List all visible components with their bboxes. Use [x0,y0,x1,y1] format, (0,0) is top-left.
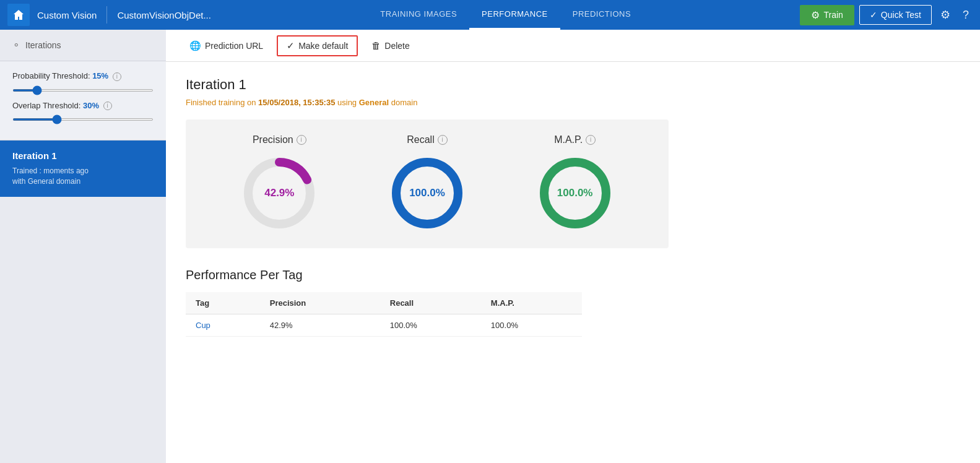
iteration-title: Iteration 1 [186,77,960,93]
project-name: CustomVisionObjDet... [117,10,210,20]
iterations-icon: ⚬ [12,40,20,51]
thresholds-section: Probability Threshold: 15% i Overlap Thr… [0,61,166,141]
probability-threshold-row: Probability Threshold: 15% i [12,71,154,93]
recall-value: 100.0% [409,187,445,199]
home-icon[interactable] [7,4,30,26]
overlap-slider-container [12,113,154,123]
map-cell: 100.0% [481,314,582,337]
checkmark-icon: ✓ [870,10,877,20]
training-domain: General [359,98,389,107]
gear-icon: ⚙ [811,9,820,21]
overlap-threshold-row: Overlap Threshold: 30% i [12,101,154,123]
help-icon[interactable]: ? [959,6,973,24]
map-label: M.A.P. i [554,134,596,145]
col-map: M.A.P. [481,292,582,314]
probability-slider[interactable] [12,89,154,92]
toolbar: 🌐 Prediction URL ✓ Make default 🗑 Delete [166,30,980,62]
nav-divider [106,6,107,24]
settings-icon[interactable]: ⚙ [937,6,954,24]
recall-label: Recall i [407,134,447,145]
map-info-icon[interactable]: i [586,135,596,145]
map-value: 100.0% [557,187,593,199]
main-layout: ⚬ Iterations Probability Threshold: 15% … [0,30,980,463]
metrics-card: Precision i 42.9% Rec [186,119,669,248]
overlap-value: 30% [83,101,99,110]
tab-predictions[interactable]: PREDICTIONS [560,0,643,30]
table-header-row: Tag Precision Recall M.A.P. [186,292,582,314]
precision-donut: 42.9% [239,153,319,233]
precision-cell: 42.9% [260,314,380,337]
perf-tag-title: Performance Per Tag [186,268,960,282]
iterations-label: Iterations [25,40,61,50]
precision-value: 42.9% [264,187,294,199]
performance-content: Iteration 1 Finished training on 15/05/2… [166,62,980,463]
tab-training-images[interactable]: TRAINING IMAGES [368,0,469,30]
recall-metric: Recall i 100.0% [387,134,467,233]
probability-slider-container [12,84,154,93]
precision-info-icon[interactable]: i [297,135,306,145]
table-head: Tag Precision Recall M.A.P. [186,292,582,314]
map-metric: M.A.P. i 100.0% [535,134,615,233]
main-content: 🌐 Prediction URL ✓ Make default 🗑 Delete… [166,30,980,463]
probability-info-icon[interactable]: i [113,72,121,81]
iteration-item-sub1: Trained : moments ago [12,166,154,176]
col-tag: Tag [186,292,260,314]
table-body: Cup 42.9% 100.0% 100.0% [186,314,582,337]
top-nav: Custom Vision CustomVisionObjDet... TRAI… [0,0,980,30]
overlap-info-icon[interactable]: i [103,102,112,110]
overlap-slider[interactable] [12,118,154,121]
iteration-item-sub2: with General domain [12,176,154,187]
table-row: Cup 42.9% 100.0% 100.0% [186,314,582,337]
tab-performance[interactable]: PERFORMANCE [469,0,560,30]
overlap-threshold-label: Overlap Threshold: 30% i [12,101,154,111]
recall-donut: 100.0% [387,153,467,233]
sidebar: ⚬ Iterations Probability Threshold: 15% … [0,30,166,463]
performance-table: Tag Precision Recall M.A.P. Cup 42.9% 10… [186,292,582,337]
check-icon: ✓ [287,40,295,51]
delete-button[interactable]: 🗑 Delete [363,37,418,54]
precision-metric: Precision i 42.9% [239,134,319,233]
iteration-list-item[interactable]: Iteration 1 Trained : moments ago with G… [0,141,166,197]
prediction-url-button[interactable]: 🌐 Prediction URL [181,37,272,55]
map-donut: 100.0% [535,153,615,233]
sidebar-header: ⚬ Iterations [0,30,166,61]
probability-threshold-label: Probability Threshold: 15% i [12,71,154,81]
col-recall: Recall [380,292,481,314]
iteration-subtitle: Finished training on 15/05/2018, 15:35:3… [186,98,960,107]
train-button[interactable]: ⚙ Train [800,5,854,25]
nav-actions: ⚙ Train ✓ Quick Test ⚙ ? [800,5,973,25]
globe-icon: 🌐 [189,40,201,51]
recall-info-icon[interactable]: i [438,135,448,145]
quick-test-button[interactable]: ✓ Quick Test [859,5,932,25]
nav-tabs: TRAINING IMAGES PERFORMANCE PREDICTIONS [368,0,643,30]
precision-label: Precision i [253,134,306,145]
training-date: 15/05/2018, 15:35:35 [258,98,335,107]
trash-icon: 🗑 [371,40,381,51]
col-precision: Precision [260,292,380,314]
recall-cell: 100.0% [380,314,481,337]
probability-value: 15% [92,71,108,80]
iteration-item-title: Iteration 1 [12,150,154,161]
app-name: Custom Vision [37,10,97,20]
tag-cell[interactable]: Cup [186,314,260,337]
make-default-button[interactable]: ✓ Make default [277,35,358,56]
